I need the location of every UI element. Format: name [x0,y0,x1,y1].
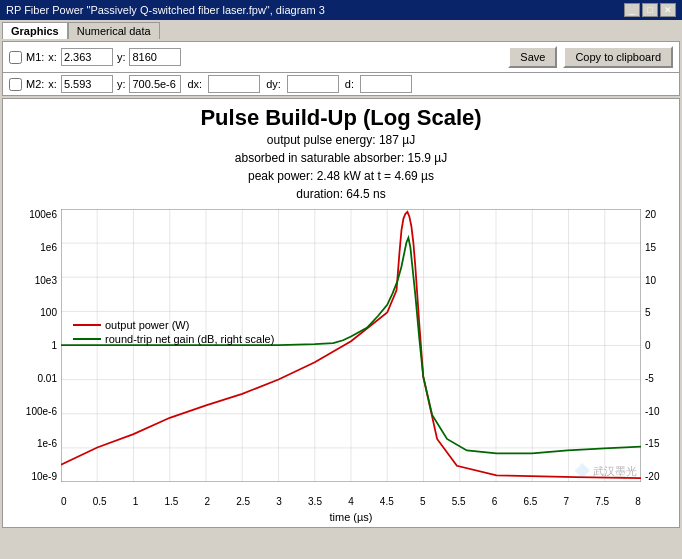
x-4: 4 [348,496,354,507]
y-right-8: -20 [645,471,659,482]
x-65: 6.5 [523,496,537,507]
tab-graphics[interactable]: Graphics [2,22,68,39]
m1-y-label: y: [117,51,126,63]
copy-clipboard-button[interactable]: Copy to clipboard [563,46,673,68]
x-35: 3.5 [308,496,322,507]
x-8: 8 [635,496,641,507]
m1-y-input[interactable] [129,48,181,66]
chart-title: Pulse Build-Up (Log Scale) [3,99,679,131]
info-line3: peak power: 2.48 kW at t = 4.69 µs [3,167,679,185]
chart-area: Pulse Build-Up (Log Scale) output pulse … [2,98,680,528]
y-left-3: 100 [40,307,57,318]
legend-red: output power (W) [73,319,274,331]
maximize-button[interactable]: □ [642,3,658,17]
y-right-0: 20 [645,209,656,220]
main-container: Graphics Numerical data M1: x: y: Save C… [0,20,682,530]
m2-label: M2: [26,78,44,90]
m2-x-label: x: [48,78,57,90]
toolbar: M1: x: y: Save Copy to clipboard [2,41,680,73]
close-button[interactable]: ✕ [660,3,676,17]
m1-x-input[interactable] [61,48,113,66]
toolbar-right: Save Copy to clipboard [508,46,673,68]
m1-checkbox[interactable] [9,51,22,64]
x-2: 2 [205,496,211,507]
y-right-7: -15 [645,438,659,449]
m2-row: M2: x: y: [9,75,181,93]
y-left-0: 100e6 [29,209,57,220]
watermark-line1: 🔷 武汉墨光 [574,463,637,479]
y-axis-left: 100e6 1e6 10e3 100 1 0.01 100e-6 1e-6 10… [3,209,61,482]
legend-green-line [73,338,101,340]
m1-row: M1: x: y: [9,48,181,66]
minimize-button[interactable]: _ [624,3,640,17]
y-right-4: 0 [645,340,651,351]
save-button[interactable]: Save [508,46,557,68]
y-left-8: 10e-9 [31,471,57,482]
legend-green-label: round-trip net gain (dB, right scale) [105,333,274,345]
d-input[interactable] [360,75,412,93]
second-row: M2: x: y: dx: dy: d: [2,73,680,96]
m1-label: M1: [26,51,44,63]
info-line1: output pulse energy: 187 µJ [3,131,679,149]
d-label: d: [345,78,354,90]
chart-subtitle: output pulse energy: 187 µJ absorbed in … [3,131,679,203]
x-0: 0 [61,496,67,507]
legend-red-label: output power (W) [105,319,189,331]
dx-input[interactable] [208,75,260,93]
y-left-1: 1e6 [40,242,57,253]
x-25: 2.5 [236,496,250,507]
x-05: 0.5 [93,496,107,507]
tabs: Graphics Numerical data [2,22,680,39]
dx-label: dx: [187,78,202,90]
x-6: 6 [492,496,498,507]
y-right-2: 10 [645,275,656,286]
watermark: 🔷 武汉墨光 [574,463,637,479]
title-bar-buttons: _ □ ✕ [624,3,676,17]
x-75: 7.5 [595,496,609,507]
x-55: 5.5 [452,496,466,507]
y-axis-right: 20 15 10 5 0 -5 -10 -15 -20 [641,209,679,482]
x-45: 4.5 [380,496,394,507]
window-title: RP Fiber Power "Passively Q-switched fib… [6,4,325,16]
y-left-5: 0.01 [38,373,57,384]
y-left-4: 1 [51,340,57,351]
x-5: 5 [420,496,426,507]
x-3: 3 [276,496,282,507]
x-1: 1 [133,496,139,507]
m2-x-input[interactable] [61,75,113,93]
legend: output power (W) round-trip net gain (dB… [73,319,274,347]
y-right-5: -5 [645,373,654,384]
dy-input[interactable] [287,75,339,93]
m2-checkbox[interactable] [9,78,22,91]
x-axis-label: time (µs) [61,511,641,523]
y-right-6: -10 [645,406,659,417]
legend-green: round-trip net gain (dB, right scale) [73,333,274,345]
dy-label: dy: [266,78,281,90]
x-axis: 0 0.5 1 1.5 2 2.5 3 3.5 4 4.5 5 5.5 6 6.… [61,496,641,507]
y-left-7: 1e-6 [37,438,57,449]
x-7: 7 [563,496,569,507]
title-bar: RP Fiber Power "Passively Q-switched fib… [0,0,682,20]
info-line2: absorbed in saturable absorber: 15.9 µJ [3,149,679,167]
m2-y-label: y: [117,78,126,90]
m1-x-label: x: [48,51,57,63]
y-left-6: 100e-6 [26,406,57,417]
info-line4: duration: 64.5 ns [3,185,679,203]
x-axis-text: time (µs) [329,511,372,523]
y-left-2: 10e3 [35,275,57,286]
x-15: 1.5 [165,496,179,507]
legend-red-line [73,324,101,326]
tab-numerical[interactable]: Numerical data [68,22,160,39]
y-right-3: 5 [645,307,651,318]
m2-y-input[interactable] [129,75,181,93]
y-right-1: 15 [645,242,656,253]
